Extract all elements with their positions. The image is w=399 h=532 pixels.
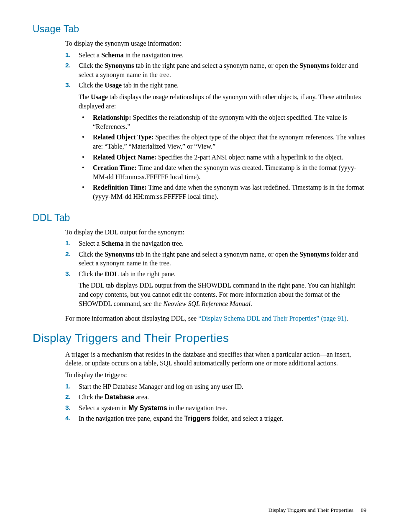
ddl-intro: To display the DDL output for the synony… [65,228,366,237]
step-content: Select a Schema in the navigation tree. [79,51,366,60]
heading-usage-tab: Usage Tab [33,23,366,35]
list-item: •Relationship: Specifies the relationshi… [79,113,366,131]
list-item: 2. Click the Database area. [65,393,366,402]
list-item: 1. Start the HP Database Manager and log… [65,382,366,391]
list-item: •Creation Time: Time and date when the s… [79,163,366,181]
step-number: 4. [65,414,79,423]
triggers-intro2: To display the triggers: [65,370,366,380]
usage-result-para: The Usage tab displays the usage relatio… [79,93,366,111]
ddl-body: To display the DDL output for the synony… [65,228,366,323]
usage-steps-list: 1. Select a Schema in the navigation tre… [65,51,366,203]
step-number: 3. [65,81,79,203]
list-item: 1. Select a Schema in the navigation tre… [65,51,366,60]
step-number: 1. [65,382,79,391]
bullet-icon: • [79,163,93,181]
list-item: 2. Click the Synonyms tab in the right p… [65,250,366,268]
step-content: Click the Synonyms tab in the right pane… [79,61,366,79]
step-content: Select a Schema in the navigation tree. [79,239,366,248]
list-item: 3. Click the DDL tab in the right pane. … [65,270,366,311]
list-item: •Related Object Type: Specifies the obje… [79,133,366,151]
step-content: Start the HP Database Manager and log on… [79,382,366,391]
bullet-icon: • [79,133,93,151]
step-number: 1. [65,51,79,60]
step-number: 2. [65,250,79,268]
step-content: Click the DDL tab in the right pane. The… [79,270,366,311]
usage-intro: To display the synonym usage information… [65,39,366,48]
list-item: •Redefinition Time: Time and date when t… [79,183,366,201]
step-number: 2. [65,393,79,402]
step-content: Click the Database area. [79,393,366,402]
ddl-more-info: For more information about displaying DD… [65,314,366,323]
list-item: •Related Object Name: Specifies the 2-pa… [79,153,366,162]
list-item: 1. Select a Schema in the navigation tre… [65,239,366,248]
step-number: 3. [65,403,79,413]
bullet-icon: • [79,113,93,131]
ddl-steps-list: 1. Select a Schema in the navigation tre… [65,239,366,311]
footer-title: Display Triggers and Their Properties [268,507,353,513]
ddl-result-para: The DDL tab displays DDL output from the… [79,281,366,308]
heading-ddl-tab: DDL Tab [33,212,366,224]
usage-body: To display the synonym usage information… [65,39,366,203]
step-number: 3. [65,270,79,311]
list-item: 3. Select a system in My Systems in the … [65,403,366,413]
list-item: 4. In the navigation tree pane, expand t… [65,414,366,423]
list-item: 2. Click the Synonyms tab in the right p… [65,61,366,79]
heading-display-triggers: Display Triggers and Their Properties [33,332,366,345]
attributes-list: •Relationship: Specifies the relationshi… [79,113,366,201]
step-content: Select a system in My Systems in the nav… [79,403,366,413]
step-content: Click the Synonyms tab in the right pane… [79,250,366,268]
bullet-icon: • [79,183,93,201]
link-display-schema-ddl[interactable]: “Display Schema DDL and Their Properties… [198,315,346,322]
bullet-icon: • [79,153,93,162]
step-number: 1. [65,239,79,248]
list-item: 3. Click the Usage tab in the right pane… [65,81,366,203]
step-number: 2. [65,61,79,79]
page-number: 89 [361,507,367,514]
triggers-steps-list: 1. Start the HP Database Manager and log… [65,382,366,423]
page-footer: Display Triggers and Their Properties 89 [268,507,366,514]
step-content: In the navigation tree pane, expand the … [79,414,366,423]
page-content: Usage Tab To display the synonym usage i… [0,0,399,423]
triggers-intro1: A trigger is a mechanism that resides in… [65,350,366,368]
step-content: Click the Usage tab in the right pane. T… [79,81,366,203]
triggers-body: A trigger is a mechanism that resides in… [65,350,366,423]
